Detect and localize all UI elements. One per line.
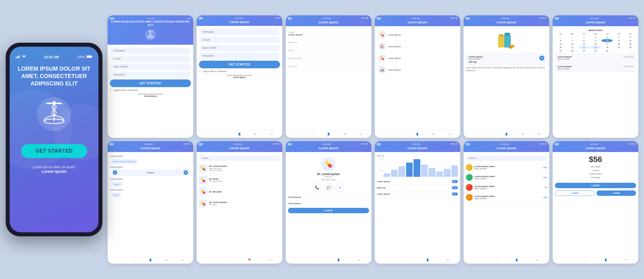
p4-dots-icon[interactable]: ••• <box>448 132 452 136</box>
p8-calendar-icon[interactable]: 📅 <box>247 258 252 262</box>
cat-item-2[interactable]: 🏠 Lorem ipsum › <box>377 41 458 52</box>
lorem-row-2[interactable]: Lorem ipsum › <box>288 200 369 207</box>
big-sub-link[interactable]: Lorem ipsum <box>42 169 67 174</box>
p12-btn1[interactable]: LOREM <box>555 190 594 196</box>
p8-search[interactable] <box>199 155 280 161</box>
p5-dots-icon[interactable]: ••• <box>537 132 541 136</box>
p2-dots-icon[interactable]: ••• <box>269 132 274 136</box>
p4-plus-icon[interactable]: + <box>399 132 404 136</box>
nav-profile[interactable]: PROFILE › <box>288 39 369 47</box>
p1-headline: LOREM IPSUM DOLOR SIT AMET, CONSECTETUER… <box>110 20 191 27</box>
p12-plus-icon[interactable]: + <box>583 258 588 262</box>
info-icon[interactable]: ℹ <box>336 183 344 192</box>
cat-item-1[interactable]: 💊 Lorem ipsum › <box>377 29 458 41</box>
cal-prev[interactable]: ‹ <box>555 29 556 32</box>
p1-email-input[interactable] <box>110 56 191 62</box>
action-icons: 📞 💬 ℹ <box>288 183 369 192</box>
p9-dots-icon[interactable]: ••• <box>357 258 361 262</box>
p4-grid-icon[interactable]: ⊞ <box>431 132 436 136</box>
p12-btn2[interactable]: LOREM <box>596 190 636 196</box>
bar-7 <box>429 168 435 177</box>
p2-fullname[interactable] <box>199 29 280 35</box>
p10-dots-icon[interactable]: ••• <box>446 258 450 262</box>
p5-user-icon[interactable]: 👤 <box>504 132 509 136</box>
p2-body: GET STARTED ✓ I agree with & conditions … <box>197 26 282 130</box>
p10-user-icon[interactable]: 👤 <box>425 258 430 262</box>
med-price-1[interactable]: Lorem ipsum dolor dolor sit amet 15$ <box>466 163 547 173</box>
p2-sub: Lorem ipsum dolor sit amet? Lorem ipsum <box>199 74 280 78</box>
nav-dashboard[interactable]: DASHBOARD › <box>288 55 369 63</box>
med-price-2[interactable]: Lorem ipsum dolor dolor sit amet 13$ <box>466 173 547 182</box>
doctor-item-2[interactable]: 💊 Dr. Dolor 📍 ipsum dolor <box>199 174 280 186</box>
svg-rect-18 <box>499 34 503 37</box>
rating-3: Lorem ipsum 4.7 <box>377 191 458 197</box>
message-icon[interactable]: 💬 <box>324 183 333 192</box>
p3-user-icon[interactable]: 👤 <box>326 132 331 136</box>
p4-user-icon[interactable]: 👤 <box>415 132 420 136</box>
call-icon[interactable]: 📞 <box>313 183 321 192</box>
p11-dots-icon[interactable]: ••• <box>535 258 539 262</box>
p12-user-icon[interactable]: 👤 <box>603 258 608 262</box>
p7-dots-icon[interactable]: ••• <box>180 258 185 262</box>
lorem-row-1[interactable]: Lorem ipsum › <box>288 194 369 200</box>
doctor-item-3[interactable]: 💊 Dr. Sit amet <box>199 186 280 198</box>
p9-title: Lorem ipsum <box>288 146 369 150</box>
cat-item-3[interactable]: 💊 Lorem ipsum › <box>377 52 458 64</box>
p11-user-icon[interactable]: 👤 <box>514 258 519 262</box>
p1-battery: 100% <box>186 18 191 19</box>
doctor-item-4[interactable]: 💊 Dr. Lorem ipsum 📍 dolor <box>199 198 280 209</box>
p3-dots-icon[interactable]: ••• <box>359 132 363 136</box>
p9-body: 💊 Dr. Lorem ipsum dolor sit 📍 Amet Lorem… <box>286 152 371 256</box>
p1-password-input[interactable] <box>110 71 191 78</box>
cal-next[interactable]: › <box>635 29 636 32</box>
p8-title: Lorem ipsum <box>199 146 280 150</box>
p7-minus-btn[interactable]: − <box>113 170 117 175</box>
p7-plus-btn[interactable]: + <box>184 170 188 175</box>
svg-rect-3 <box>19 56 20 58</box>
p5-grid-icon[interactable]: ⊞ <box>520 132 525 136</box>
p9-plus-icon[interactable]: + <box>316 258 320 262</box>
nav-drug[interactable]: DRUG › <box>288 47 369 55</box>
p2-password[interactable] <box>199 53 280 59</box>
p7-plus-icon[interactable]: + <box>132 258 136 262</box>
doctor-item-1[interactable]: 💊 Dr. Lorem ipsum dolor sit amet 📍 lorem… <box>199 163 280 174</box>
p2-email[interactable] <box>199 37 280 43</box>
p5-med-card: + Lorem ipsum dolor sit amet 200 mg <box>466 54 547 65</box>
p2-grid-icon[interactable]: ⊞ <box>253 132 258 136</box>
p9-user-icon[interactable]: 👤 <box>336 258 341 262</box>
p3-plus-icon[interactable]: + <box>310 132 314 136</box>
p1-fullname-input[interactable] <box>110 48 191 54</box>
p7-grid-icon[interactable]: ⊞ <box>164 258 169 262</box>
p2-get-started-btn[interactable]: GET STARTED <box>199 61 280 68</box>
nav-home[interactable]: HOME Lorem ipsum › <box>288 29 369 39</box>
pill-icon-2 <box>466 174 473 181</box>
p11-plus-icon[interactable]: + <box>494 258 499 262</box>
p1-get-started-btn[interactable]: GET STARTED <box>110 79 191 87</box>
p10-body: dolor sit 100755025 <box>375 152 460 256</box>
p7-user-icon[interactable]: 👤 <box>148 258 153 262</box>
bar-5 <box>413 159 420 177</box>
med-price-4[interactable]: Lorem ipsum dolor dolor sit amet 15$ <box>466 192 547 202</box>
nav-logout[interactable]: LOG OUT › <box>288 63 369 71</box>
p2-dob[interactable] <box>199 45 280 51</box>
p1-sub: Lorem ipsum dolor sit amet? Lorem ipsum <box>110 93 191 97</box>
p12-footer: ♡ + 👤 ••• <box>553 256 638 264</box>
p7-body: Lorem ipsum Dolor sit amet 200 mg Lorem … <box>108 152 193 256</box>
doc-profile-avatar: 💊 <box>321 157 336 171</box>
p8-dots-icon[interactable]: ••• <box>268 258 272 262</box>
p2-user-icon[interactable]: 👤 <box>237 132 242 136</box>
p8-plus-icon[interactable]: + <box>227 258 232 262</box>
p6-body: ‹ MARCH 2019 › SU MO TU WE TH FR SA 30 3… <box>553 26 638 138</box>
p11-search[interactable] <box>466 155 547 161</box>
p12-dots-icon[interactable]: ••• <box>624 258 628 262</box>
p9-lorem-btn[interactable]: LOREM <box>288 208 369 213</box>
med-price-3[interactable]: Lorem ipsum dolor dolor sit amet 7$ <box>466 182 547 192</box>
p5-plus-icon[interactable]: + <box>488 132 493 136</box>
p7-stepper: − 3 lorem + <box>110 169 191 176</box>
p3-grid-icon[interactable]: ⊞ <box>342 132 347 136</box>
cat-item-4[interactable]: 🚑 Lorem ipsum › <box>377 64 458 76</box>
p12-lorem-label[interactable]: LOREM <box>555 183 636 188</box>
p10-plus-icon[interactable]: + <box>405 258 410 262</box>
p1-dob-input[interactable] <box>110 63 191 70</box>
p2-plus-icon[interactable]: + <box>221 132 225 136</box>
